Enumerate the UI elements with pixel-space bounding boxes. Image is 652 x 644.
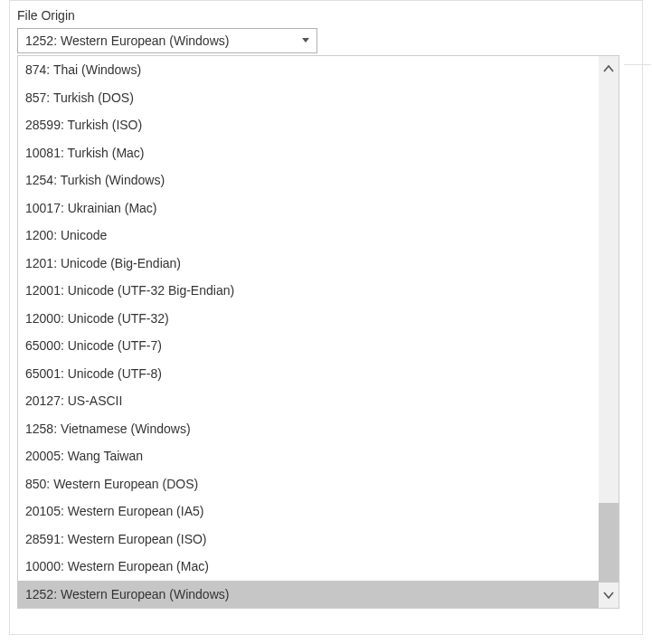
scroll-up-icon[interactable] (599, 56, 619, 81)
dropdown-option[interactable]: 28591: Western European (ISO) (18, 526, 599, 554)
dropdown-option[interactable]: 1200: Unicode (18, 222, 599, 250)
dropdown-option[interactable]: 10000: Western European (Mac) (18, 553, 599, 581)
option-list: 874: Thai (Windows)857: Turkish (DOS)285… (18, 56, 599, 608)
dropdown-option[interactable]: 12000: Unicode (UTF-32) (18, 305, 599, 333)
scroll-down-icon[interactable] (599, 582, 619, 608)
file-origin-label: File Origin (17, 8, 75, 23)
file-origin-dropdown: 874: Thai (Windows)857: Turkish (DOS)285… (17, 55, 619, 609)
scrollbar[interactable] (599, 56, 619, 608)
dropdown-option[interactable]: 1258: Vietnamese (Windows) (18, 415, 599, 443)
divider (624, 64, 651, 65)
dialog-panel: File Origin 1252: Western European (Wind… (9, 0, 643, 635)
dropdown-option[interactable]: 10017: Ukrainian (Mac) (18, 194, 599, 223)
dropdown-option[interactable]: 20127: US-ASCII (18, 387, 599, 415)
dropdown-option[interactable]: 20105: Western European (IA5) (18, 497, 599, 526)
dropdown-option[interactable]: 874: Thai (Windows) (18, 56, 599, 84)
chevron-down-icon (295, 29, 317, 52)
scroll-track[interactable] (599, 81, 619, 582)
dropdown-option[interactable]: 65000: Unicode (UTF-7) (18, 332, 599, 360)
file-origin-combo[interactable]: 1252: Western European (Windows) (17, 28, 317, 53)
dropdown-option[interactable]: 65001: Unicode (UTF-8) (18, 360, 599, 388)
dropdown-option[interactable]: 850: Western European (DOS) (18, 470, 599, 498)
dropdown-option[interactable]: 857: Turkish (DOS) (18, 84, 599, 112)
dropdown-option[interactable]: 1201: Unicode (Big-Endian) (18, 250, 599, 278)
scroll-thumb[interactable] (599, 503, 619, 582)
dropdown-option[interactable]: 12001: Unicode (UTF-32 Big-Endian) (18, 277, 599, 305)
file-origin-combo-value: 1252: Western European (Windows) (25, 33, 229, 48)
dropdown-option[interactable]: 1252: Western European (Windows) (18, 581, 599, 609)
dropdown-option[interactable]: 20005: Wang Taiwan (18, 442, 599, 470)
dropdown-option[interactable]: 10081: Turkish (Mac) (18, 139, 599, 167)
dropdown-option[interactable]: 28599: Turkish (ISO) (18, 111, 599, 139)
dropdown-option[interactable]: 1254: Turkish (Windows) (18, 166, 599, 194)
